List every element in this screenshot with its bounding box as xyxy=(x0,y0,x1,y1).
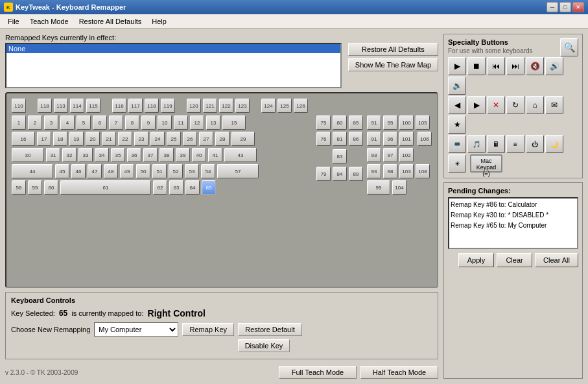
key-7[interactable]: 7 xyxy=(109,115,123,130)
minimize-button[interactable]: ─ xyxy=(547,2,558,12)
key-100[interactable]: 100 xyxy=(399,115,414,130)
clear-all-button[interactable]: Clear All xyxy=(535,253,578,267)
key-79[interactable]: 79 xyxy=(316,167,331,181)
key-75[interactable]: 75 xyxy=(316,115,331,130)
close-button[interactable]: ✕ xyxy=(572,2,584,12)
key-39[interactable]: 39 xyxy=(176,148,190,162)
key-61[interactable]: 61 xyxy=(60,180,151,195)
key-52[interactable]: 52 xyxy=(169,164,183,178)
specialty-back[interactable]: ◀ xyxy=(448,96,466,114)
specialty-refresh[interactable]: ↻ xyxy=(506,96,524,114)
key-15[interactable]: 15 xyxy=(222,115,246,130)
key-1[interactable]: 1 xyxy=(12,115,26,130)
specialty-play[interactable]: ▶ xyxy=(448,57,466,75)
key-8[interactable]: 8 xyxy=(125,115,139,130)
specialty-stop2[interactable]: ✕ xyxy=(487,96,505,114)
specialty-next[interactable]: ⏭ xyxy=(506,57,524,75)
key-20[interactable]: 20 xyxy=(86,132,100,146)
menu-restore-all[interactable]: Restore All Defaults xyxy=(74,16,147,27)
key-19[interactable]: 19 xyxy=(69,132,84,146)
key-10[interactable]: 10 xyxy=(158,115,172,130)
key-32[interactable]: 32 xyxy=(62,148,76,162)
key-99[interactable]: 99 xyxy=(367,180,390,195)
key-24[interactable]: 24 xyxy=(150,132,165,146)
key-126[interactable]: 126 xyxy=(294,99,308,113)
key-125[interactable]: 125 xyxy=(277,99,292,113)
key-110[interactable]: 110 xyxy=(12,99,26,113)
key-91[interactable]: 91 xyxy=(367,115,381,130)
specialty-volup[interactable]: 🔊 xyxy=(545,57,563,75)
specialty-mycomp[interactable]: 💻 xyxy=(448,135,466,153)
key-60[interactable]: 60 xyxy=(44,180,58,195)
key-12[interactable]: 12 xyxy=(190,115,204,130)
specialty-forward[interactable]: ▶ xyxy=(467,96,486,114)
key-85[interactable]: 85 xyxy=(349,115,363,130)
key-89[interactable]: 89 xyxy=(349,167,363,181)
key-6[interactable]: 6 xyxy=(93,115,107,130)
key-18[interactable]: 18 xyxy=(53,132,67,146)
key-101[interactable]: 101 xyxy=(399,132,414,146)
specialty-calc[interactable]: 🖩 xyxy=(487,135,505,153)
key-92[interactable]: 91 xyxy=(367,132,381,146)
menu-file[interactable]: File xyxy=(3,16,25,27)
key-54[interactable]: 54 xyxy=(201,164,215,178)
key-17[interactable]: 17 xyxy=(37,132,51,146)
key-116[interactable]: 116 xyxy=(112,99,126,113)
key-118a[interactable]: 118 xyxy=(38,99,52,113)
key-53[interactable]: 53 xyxy=(185,164,199,178)
key-113[interactable]: 113 xyxy=(54,99,68,113)
specialty-wake[interactable]: ☀ xyxy=(448,154,466,173)
key-41[interactable]: 41 xyxy=(208,148,222,162)
maximize-button[interactable]: □ xyxy=(559,2,571,12)
key-28[interactable]: 28 xyxy=(215,132,229,146)
key-124[interactable]: 124 xyxy=(261,99,276,113)
key-94[interactable]: 93 xyxy=(367,164,381,178)
key-65[interactable]: 65 xyxy=(202,180,216,195)
disable-key-button[interactable]: Disable Key xyxy=(238,339,290,352)
key-23[interactable]: 23 xyxy=(134,132,148,146)
specialty-mail[interactable]: ✉ xyxy=(545,96,563,114)
specialty-power[interactable]: ⏻ xyxy=(526,135,544,153)
key-59[interactable]: 59 xyxy=(28,180,42,195)
key-25[interactable]: 25 xyxy=(167,132,181,146)
key-45[interactable]: 45 xyxy=(55,164,69,178)
show-raw-map-button[interactable]: Show Me The Raw Map xyxy=(348,58,438,71)
key-76[interactable]: 76 xyxy=(316,132,331,146)
key-80[interactable]: 80 xyxy=(333,115,347,130)
key-120[interactable]: 120 xyxy=(187,99,201,113)
mac-keypad-button[interactable]: MacKeypad (=) xyxy=(470,154,502,173)
key-47[interactable]: 47 xyxy=(88,164,102,178)
key-31[interactable]: 31 xyxy=(46,148,60,162)
full-teach-mode-button[interactable]: Full Teach Mode xyxy=(279,366,357,379)
menu-teach-mode[interactable]: Teach Mode xyxy=(25,16,74,27)
key-11[interactable]: 11 xyxy=(174,115,188,130)
key-106[interactable]: 106 xyxy=(417,132,432,146)
key-49[interactable]: 49 xyxy=(120,164,134,178)
key-115[interactable]: 115 xyxy=(86,99,100,113)
key-37[interactable]: 37 xyxy=(143,148,158,162)
remapped-none-item[interactable]: None xyxy=(6,44,340,53)
specialty-media[interactable]: 🎵 xyxy=(467,135,486,153)
key-50[interactable]: 50 xyxy=(136,164,150,178)
key-26[interactable]: 26 xyxy=(183,132,197,146)
key-34[interactable]: 34 xyxy=(95,148,109,162)
key-29[interactable]: 29 xyxy=(231,132,255,146)
key-43[interactable]: 43 xyxy=(224,148,257,162)
specialty-apps[interactable]: ≡ xyxy=(506,135,524,153)
key-22[interactable]: 22 xyxy=(118,132,132,146)
key-98[interactable]: 98 xyxy=(383,164,397,178)
key-48[interactable]: 48 xyxy=(104,164,118,178)
specialty-stop[interactable]: ⏹ xyxy=(467,57,486,75)
key-103[interactable]: 103 xyxy=(399,164,414,178)
key-9[interactable]: 9 xyxy=(141,115,156,130)
key-38[interactable]: 38 xyxy=(159,148,174,162)
key-123[interactable]: 123 xyxy=(235,99,250,113)
key-27[interactable]: 27 xyxy=(199,132,213,146)
key-84[interactable]: 84 xyxy=(333,167,347,181)
clear-button[interactable]: Clear xyxy=(497,253,532,267)
key-21[interactable]: 21 xyxy=(102,132,116,146)
key-114[interactable]: 114 xyxy=(70,99,84,113)
key-16[interactable]: 16 xyxy=(12,132,35,146)
key-104[interactable]: 104 xyxy=(392,180,406,195)
key-108[interactable]: 108 xyxy=(416,164,430,178)
